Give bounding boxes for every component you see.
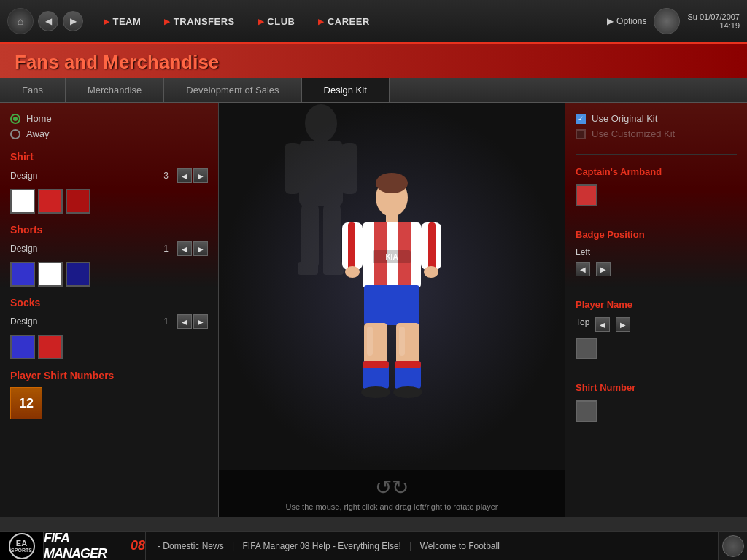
shirt-number-value: 12: [19, 396, 34, 411]
captains-armband-section: Captain's Armband: [576, 166, 737, 217]
shirt-section: Shirt Design 3 ◀ ▶: [10, 151, 208, 214]
shorts-design-prev[interactable]: ◀: [177, 241, 192, 256]
badge-position-title: Badge Position: [576, 229, 737, 240]
shorts-color-swatches: [10, 262, 208, 287]
player-shirt-numbers-title: Player Shirt Numbers: [10, 370, 208, 381]
home-button[interactable]: ⌂: [7, 8, 34, 34]
nav-label-career: CAREER: [328, 16, 370, 27]
svg-text:KIA: KIA: [385, 253, 398, 261]
socks-design-next[interactable]: ▶: [193, 314, 208, 329]
bottom-bar: EA SPORTS FIFA MANAGER 08 - Domestic New…: [0, 531, 747, 560]
radio-home-dot: [10, 114, 20, 124]
svg-rect-31: [367, 327, 373, 356]
shirt-design-prev[interactable]: ◀: [177, 168, 192, 183]
shorts-color-2[interactable]: [38, 262, 63, 287]
svg-rect-2: [285, 143, 301, 194]
rotate-hint-text: Use the mouse, right click and drag left…: [225, 502, 559, 511]
nav-item-club[interactable]: ▶ CLUB: [248, 10, 306, 33]
shirt-color-1[interactable]: [10, 189, 35, 214]
shirt-design-control: ◀ ▶: [177, 168, 208, 183]
shorts-color-1[interactable]: [10, 262, 35, 287]
nav-arrow-team: ▶: [104, 18, 110, 26]
sports-text: SPORTS: [11, 548, 32, 553]
kit-type-selector: Home Away: [10, 113, 208, 139]
nav-arrow-transfers: ▶: [164, 18, 171, 26]
player-name-title: Player Name: [576, 299, 737, 310]
ea-sports-logo: EA SPORTS: [0, 532, 44, 561]
shorts-section: Shorts Design 1 ◀ ▶: [10, 224, 208, 287]
original-kit-checkbox[interactable]: [576, 114, 586, 124]
tab-merchandise[interactable]: Merchandise: [66, 78, 164, 102]
radio-away-label: Away: [26, 128, 50, 139]
shirt-number-color-swatch[interactable]: [576, 400, 597, 422]
shirt-number-icon[interactable]: 12: [10, 387, 42, 419]
svg-rect-28: [395, 361, 421, 368]
socks-color-swatches: [10, 335, 208, 359]
socks-design-prev[interactable]: ◀: [177, 314, 192, 329]
tab-development-label: Development of Sales: [186, 85, 279, 96]
badge-pos-next[interactable]: ▶: [596, 262, 611, 276]
fifa-logo: FIFA MANAGER 08: [44, 532, 146, 561]
shirt-color-swatches: [10, 189, 208, 214]
svg-rect-22: [364, 285, 419, 325]
nav-item-career[interactable]: ▶ CAREER: [308, 10, 379, 33]
shorts-design-next[interactable]: ▶: [193, 241, 208, 256]
shirt-color-2[interactable]: [38, 189, 63, 214]
svg-point-29: [361, 386, 390, 398]
player-name-next[interactable]: ▶: [616, 317, 630, 332]
player-preview-area[interactable]: KIA: [219, 103, 565, 470]
shorts-design-value: 1: [163, 244, 169, 254]
socks-design-control: ◀ ▶: [177, 314, 208, 329]
center-panel: KIA: [219, 103, 565, 517]
ticker-item-3: Welcome to Football: [420, 541, 500, 551]
radio-away[interactable]: Away: [10, 128, 208, 139]
forward-button[interactable]: ▶: [63, 11, 83, 31]
socks-color-2[interactable]: [38, 335, 63, 359]
customized-kit-label: Use Customized Kit: [592, 128, 675, 139]
options-button[interactable]: ▶ Options: [607, 16, 646, 26]
svg-rect-19: [428, 222, 436, 270]
ticker-item-2: FIFA Manager 08 Help - Everything Else!: [242, 541, 400, 551]
customized-kit-checkbox-row[interactable]: Use Customized Kit: [576, 128, 737, 139]
player-name-prev[interactable]: ◀: [595, 317, 610, 332]
player-name-section: Player Name Top ◀ ▶: [576, 299, 737, 370]
shirt-design-next[interactable]: ▶: [193, 168, 208, 183]
shirt-number-section: Shirt Number: [576, 382, 737, 432]
socks-design-row: Design 1 ◀ ▶: [10, 314, 208, 329]
tab-design-kit[interactable]: Design Kit: [302, 78, 390, 102]
menu-circle-bottom-icon: [722, 535, 744, 557]
tab-development[interactable]: Development of Sales: [164, 78, 301, 102]
shorts-color-3[interactable]: [66, 262, 90, 287]
original-kit-checkbox-row[interactable]: Use Original Kit: [576, 113, 737, 124]
shorts-title: Shorts: [10, 224, 208, 236]
tab-fans[interactable]: Fans: [0, 78, 66, 102]
nav-item-transfers[interactable]: ▶ TRANSFERS: [154, 10, 244, 33]
time-display: 14:19: [719, 21, 740, 30]
bottom-menu-button[interactable]: [718, 532, 747, 561]
ticker-separator-1: |: [232, 541, 236, 551]
svg-point-0: [305, 104, 337, 142]
back-button[interactable]: ◀: [38, 11, 58, 31]
options-label: Options: [616, 16, 646, 26]
fifa-manager-text: FIFA MANAGER: [44, 531, 131, 560]
player-name-color-swatch[interactable]: [576, 338, 597, 359]
shirt-design-row: Design 3 ◀ ▶: [10, 168, 208, 183]
menu-circle-button[interactable]: [654, 8, 680, 34]
top-bar-right: ▶ Options Su 01/07/2007 14:19: [607, 8, 740, 34]
armband-color-swatch[interactable]: [576, 184, 597, 206]
radio-home[interactable]: Home: [10, 113, 208, 124]
badge-position-section: Badge Position Left ◀ ▶: [576, 229, 737, 287]
shirt-number-title: Shirt Number: [576, 382, 737, 393]
customized-kit-checkbox[interactable]: [576, 129, 586, 139]
fifa-year-text: 08: [131, 538, 145, 553]
player-name-position: Top: [576, 317, 589, 327]
socks-color-1[interactable]: [10, 335, 35, 359]
svg-point-9: [376, 173, 408, 193]
shirt-color-3[interactable]: [66, 189, 90, 214]
nav-item-team[interactable]: ▶ TEAM: [93, 10, 151, 33]
badge-pos-prev[interactable]: ◀: [576, 262, 590, 276]
svg-rect-10: [386, 214, 398, 222]
svg-point-20: [345, 266, 360, 278]
player-name-row: Top ◀ ▶: [576, 317, 737, 332]
svg-rect-17: [348, 222, 355, 270]
